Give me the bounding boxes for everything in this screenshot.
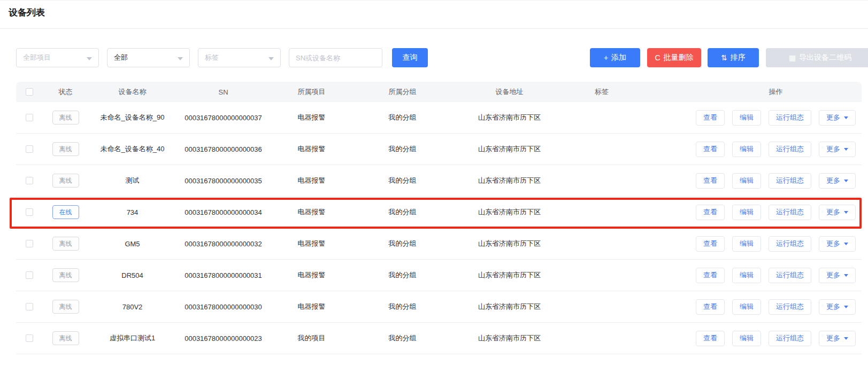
address-cell: 山东省济南市历下区 [452, 302, 567, 312]
query-button[interactable]: 查询 [392, 48, 428, 67]
view-button[interactable]: 查看 [696, 173, 725, 189]
batch-delete-button[interactable]: C 批量删除 [647, 48, 701, 67]
row-checkbox-cell [16, 208, 43, 216]
row-checkbox-cell [16, 177, 43, 184]
row-checkbox-cell [16, 145, 43, 153]
search-input[interactable] [289, 48, 382, 67]
select-all-checkbox[interactable] [26, 88, 33, 96]
device-name-cell: 未命名_设备名称_90 [88, 113, 176, 122]
more-button[interactable]: 更多 [819, 205, 856, 220]
edit-button[interactable]: 编辑 [732, 173, 761, 189]
caret-down-icon [844, 243, 848, 245]
status-badge: 离线 [52, 331, 79, 345]
row-checkbox-cell [16, 271, 43, 279]
more-button[interactable]: 更多 [819, 331, 856, 346]
more-button[interactable]: 更多 [819, 299, 856, 315]
address-cell: 山东省济南市历下区 [452, 113, 567, 122]
more-button-label: 更多 [826, 333, 840, 343]
row-checkbox[interactable] [26, 177, 33, 184]
device-row: 离线测试00031678000000000035电器报警我的分组山东省济南市历下… [16, 165, 862, 197]
status-cell: 离线 [43, 237, 88, 251]
more-button-label: 更多 [826, 113, 840, 122]
row-checkbox[interactable] [26, 240, 33, 247]
edit-button[interactable]: 编辑 [732, 299, 761, 315]
edit-button-label: 编辑 [740, 176, 754, 185]
row-checkbox[interactable] [26, 114, 33, 121]
view-button[interactable]: 查看 [696, 331, 725, 346]
edit-button[interactable]: 编辑 [732, 142, 761, 157]
run-config-button-label: 运行组态 [776, 176, 804, 185]
row-checkbox[interactable] [26, 145, 33, 153]
more-button[interactable]: 更多 [819, 142, 856, 157]
edit-button[interactable]: 编辑 [732, 331, 761, 346]
project-cell: 电器报警 [270, 270, 353, 280]
project-cell: 电器报警 [270, 144, 353, 154]
run-config-button[interactable]: 运行组态 [769, 299, 811, 315]
sort-button[interactable]: ⇅ 排序 [708, 48, 759, 67]
view-button[interactable]: 查看 [696, 268, 725, 283]
group-cell: 我的分组 [353, 239, 452, 248]
edit-button[interactable]: 编辑 [732, 110, 761, 126]
run-config-button[interactable]: 运行组态 [769, 331, 811, 346]
status-badge: 离线 [52, 237, 79, 251]
run-config-button-label: 运行组态 [776, 144, 804, 154]
view-button[interactable]: 查看 [696, 142, 725, 157]
query-button-label: 查询 [403, 53, 418, 63]
row-checkbox-cell [16, 114, 43, 121]
row-checkbox[interactable] [26, 271, 33, 279]
group-cell: 我的分组 [353, 176, 452, 185]
edit-button[interactable]: 编辑 [732, 205, 761, 220]
view-button[interactable]: 查看 [696, 236, 725, 252]
project-filter-select[interactable]: 全部项目 [16, 48, 99, 67]
device-table: 状态 设备名称 SN 所属项目 所属分组 设备地址 标签 操作 离线未命名_设备… [16, 82, 862, 354]
device-list-page: 设备列表 全部项目 全部 标签 查询 + 添加 [0, 0, 868, 366]
header-device-name: 设备名称 [88, 87, 176, 97]
group-cell: 我的分组 [353, 302, 452, 312]
add-device-button[interactable]: + 添加 [590, 48, 640, 67]
row-checkbox[interactable] [26, 208, 33, 216]
device-sn-cell: 00031678000000000032 [176, 240, 270, 248]
header-status: 状态 [43, 87, 88, 97]
more-button-label: 更多 [826, 144, 840, 154]
group-cell: 我的分组 [353, 270, 452, 280]
device-row: 离线虚拟串口测试100031678000000000023我的项目我的分组山东省… [16, 323, 862, 354]
edit-button[interactable]: 编辑 [732, 268, 761, 283]
run-config-button-label: 运行组态 [776, 270, 804, 280]
plus-icon: + [604, 54, 608, 61]
run-config-button[interactable]: 运行组态 [769, 268, 811, 283]
qr-code-icon: ▦ [789, 54, 796, 61]
view-button[interactable]: 查看 [696, 299, 725, 315]
run-config-button[interactable]: 运行组态 [769, 205, 811, 220]
export-qr-button-label: 导出设备二维码 [799, 53, 851, 63]
more-button[interactable]: 更多 [819, 173, 856, 189]
view-button[interactable]: 查看 [696, 205, 725, 220]
group-filter-select[interactable]: 全部 [107, 48, 190, 67]
title-divider [0, 28, 868, 29]
row-checkbox[interactable] [26, 303, 33, 310]
more-button[interactable]: 更多 [819, 236, 856, 252]
status-cell: 离线 [43, 111, 88, 124]
view-button[interactable]: 查看 [696, 110, 725, 126]
project-cell: 电器报警 [270, 113, 353, 122]
run-config-button[interactable]: 运行组态 [769, 236, 811, 252]
edit-button-label: 编辑 [740, 270, 754, 280]
caret-down-icon [844, 337, 848, 340]
run-config-button-label: 运行组态 [776, 239, 804, 248]
row-checkbox[interactable] [26, 334, 33, 342]
actions-cell: 查看编辑运行组态更多 [690, 205, 862, 220]
address-cell: 山东省济南市历下区 [452, 207, 567, 217]
run-config-button[interactable]: 运行组态 [769, 110, 811, 126]
run-config-button[interactable]: 运行组态 [769, 142, 811, 157]
run-config-button[interactable]: 运行组态 [769, 173, 811, 189]
tag-filter-select[interactable]: 标签 [198, 48, 281, 67]
edit-button[interactable]: 编辑 [732, 236, 761, 252]
device-name-cell: 未命名_设备名称_40 [88, 144, 176, 154]
device-row: 离线DR50400031678000000000031电器报警我的分组山东省济南… [16, 260, 862, 291]
project-cell: 电器报警 [270, 176, 353, 185]
export-qr-button[interactable]: ▦ 导出设备二维码 [766, 48, 868, 67]
more-button[interactable]: 更多 [819, 268, 856, 283]
status-badge: 离线 [52, 300, 79, 314]
status-badge: 离线 [52, 142, 79, 156]
more-button[interactable]: 更多 [819, 110, 856, 126]
caret-down-icon [844, 180, 848, 182]
